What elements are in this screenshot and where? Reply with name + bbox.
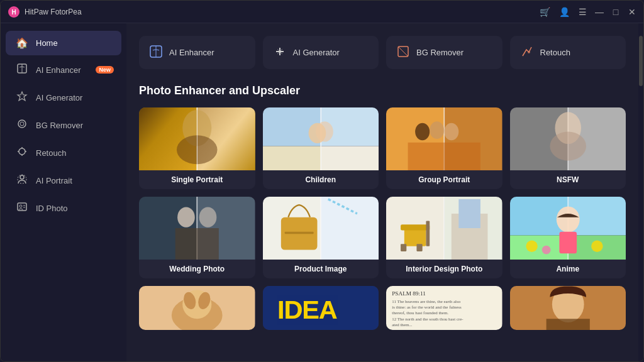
svg-rect-63 [401,224,430,230]
svg-point-47 [550,131,586,160]
card-label-group-portrait: Group Portrait [386,170,502,189]
card-image-wedding [139,197,255,260]
sidebar-item-home[interactable]: 🏠 Home [6,31,121,55]
svg-text:is thine: as for the world and: is thine: as for the world and the fulne… [392,305,462,309]
card-wedding-photo[interactable]: Wedding Photo [139,197,255,278]
svg-point-11 [20,175,24,179]
sidebar-item-ai-enhancer[interactable]: AI Enhancer New [6,57,121,83]
card-image-textbook: PSALM 89:11 11 The heavens are thine, th… [386,286,502,330]
svg-point-74 [556,206,579,233]
card-anime[interactable]: Anime [510,197,626,278]
card-image-children [263,107,379,170]
card-nsfw[interactable]: NSFW [510,107,626,189]
card-label-single-portrait: Single Portrait [139,170,255,189]
sidebar: 🏠 Home AI Enhancer New AI Generator [1,23,126,361]
ai-enhancer-btn-label: AI Enhancer [169,48,214,57]
card-label-anime: Anime [510,260,626,278]
svg-rect-70 [510,236,568,260]
cart-icon[interactable]: 🛒 [540,7,550,17]
card-image-anime [510,197,626,260]
svg-rect-97 [546,319,589,330]
svg-text:12 The north and the south tho: 12 The north and the south thou hast cre… [392,317,464,321]
svg-rect-58 [284,232,313,234]
bg-remover-btn-icon [396,45,410,60]
card-image-single-portrait [139,107,255,170]
sidebar-item-ai-generator[interactable]: AI Generator [6,84,121,111]
sidebar-item-label: ID Photo [36,204,68,213]
card-portrait-2[interactable] [510,286,626,330]
ai-enhancer-icon [16,63,28,77]
new-badge: New [96,66,114,74]
sidebar-item-label: AI Portrait [36,176,72,185]
card-image-group-portrait [386,107,502,170]
app-window: H HitPaw FotorPea 🛒 👤 ☰ — □ ✕ 🏠 Home AI … [0,0,644,362]
card-single-portrait[interactable]: Single Portrait [139,107,255,189]
ai-enhancer-btn-icon [149,45,163,60]
bg-remover-icon [16,118,28,132]
retouch-button[interactable]: Retouch [510,36,626,69]
sidebar-item-retouch[interactable]: Retouch [6,140,121,166]
sidebar-item-label: Retouch [36,148,66,158]
card-image-portrait2 [510,286,626,330]
retouch-icon [16,146,28,160]
titlebar: H HitPaw FotorPea 🛒 👤 ☰ — □ ✕ [1,1,643,23]
svg-point-35 [316,121,333,141]
svg-rect-55 [321,197,379,260]
bg-remover-button[interactable]: BG Remover [386,36,502,69]
close-button[interactable]: ✕ [628,8,636,16]
maximize-button[interactable]: □ [612,8,619,16]
svg-rect-65 [401,244,406,251]
ai-generator-btn-label: AI Generator [293,48,340,57]
svg-text:PSALM 89:11: PSALM 89:11 [392,290,426,297]
id-photo-icon [16,201,28,215]
sidebar-item-bg-remover[interactable]: BG Remover [6,112,121,138]
ai-generator-icon [16,90,28,104]
svg-point-6 [19,148,25,155]
ai-generator-button[interactable]: AI Generator [263,36,379,69]
svg-rect-30 [263,146,321,170]
grid-row-3: IDEA IDEA PSALM 89:11 11 The heavens are… [139,286,626,330]
sidebar-item-label: AI Generator [36,93,82,102]
svg-point-78 [591,241,602,252]
svg-rect-64 [426,221,430,246]
bg-remover-btn-label: BG Remover [416,48,464,57]
card-children[interactable]: Children [263,107,379,189]
ai-enhancer-button[interactable]: AI Enhancer [139,36,255,69]
home-icon: 🏠 [16,37,28,49]
card-label-children: Children [263,170,379,189]
card-interior-design[interactable]: Interior Design Photo [386,197,502,278]
retouch-btn-icon [520,45,534,60]
card-label-wedding: Wedding Photo [139,260,255,278]
svg-point-77 [541,246,550,255]
sidebar-item-ai-portrait[interactable]: AI Portrait [6,167,121,194]
sidebar-item-label: AI Enhancer [36,65,81,75]
svg-rect-32 [321,146,379,170]
user-icon[interactable]: 👤 [559,7,570,17]
card-image-nsfw [510,107,626,170]
card-dog[interactable] [139,286,255,330]
svg-rect-62 [404,228,426,246]
svg-line-22 [398,47,408,57]
card-group-portrait[interactable]: Group Portrait [386,107,502,189]
svg-rect-66 [416,244,422,251]
svg-point-28 [177,135,218,164]
menu-icon[interactable]: ☰ [579,7,587,17]
svg-point-51 [177,207,195,228]
app-title: HitPaw FotorPea [25,8,540,16]
card-image-product [263,197,379,260]
scrollbar-thumb[interactable] [639,36,643,86]
card-product-image[interactable]: Product Image [263,197,379,278]
card-text-book[interactable]: PSALM 89:11 11 The heavens are thine, th… [386,286,502,330]
sidebar-item-label: BG Remover [36,121,83,130]
minimize-button[interactable]: — [596,8,603,16]
svg-point-5 [20,122,24,126]
card-idea[interactable]: IDEA IDEA [263,286,379,330]
svg-point-4 [18,120,26,128]
content-area: AI Enhancer AI Generator BG Remover [126,23,638,361]
sidebar-item-id-photo[interactable]: ID Photo [6,195,121,221]
svg-text:ated them...: ated them... [392,322,412,327]
grid-row-2: Wedding Photo [139,197,626,278]
card-label-nsfw: NSFW [510,170,626,189]
svg-point-41 [444,123,458,141]
scrollbar-track [638,23,643,361]
